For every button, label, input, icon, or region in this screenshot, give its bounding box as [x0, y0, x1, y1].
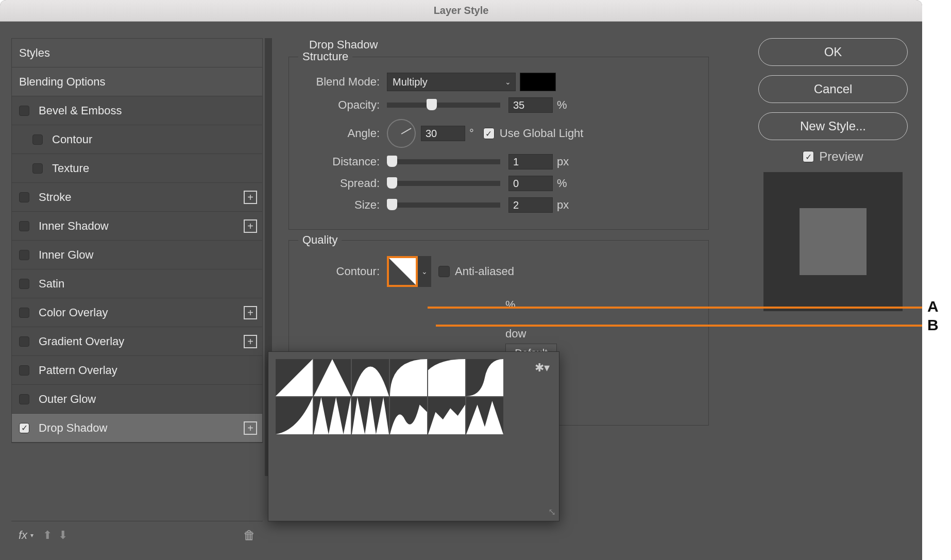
annotation-label-b: B	[927, 316, 939, 334]
resize-handle-icon[interactable]: ⤡	[548, 506, 556, 518]
opacity-slider[interactable]	[387, 103, 500, 108]
noise-unit: %	[505, 298, 516, 312]
opacity-input[interactable]: 35	[508, 97, 553, 113]
quality-legend: Quality	[298, 233, 342, 247]
contour-thumbnail[interactable]	[387, 256, 418, 287]
knockout-tail: dow	[505, 327, 526, 341]
opacity-value: 35	[513, 99, 524, 111]
opacity-label: Opacity:	[299, 98, 387, 112]
distance-value: 1	[513, 156, 519, 168]
structure-group: Structure Blend Mode: Multiply ⌄ Opacity…	[288, 57, 709, 230]
contour-preset-cone[interactable]	[314, 359, 351, 396]
distance-label: Distance:	[299, 155, 387, 168]
svg-marker-1	[314, 359, 351, 396]
spread-label: Spread:	[299, 177, 387, 190]
contour-dropdown-button[interactable]: ⌄	[418, 256, 431, 287]
contour-preset-ring[interactable]	[428, 359, 465, 396]
spread-value: 0	[513, 178, 519, 190]
annotation-line-b	[436, 325, 922, 327]
size-value: 2	[513, 199, 519, 211]
contour-preset-steps[interactable]	[352, 397, 389, 434]
contour-preset-sawtooth[interactable]	[314, 397, 351, 434]
structure-legend: Structure	[298, 50, 352, 63]
size-label: Size:	[299, 198, 387, 212]
preview-row: Preview	[758, 149, 908, 164]
contour-preset-linear[interactable]	[276, 359, 313, 396]
contour-preset-rolling[interactable]	[466, 359, 503, 396]
global-light-checkbox[interactable]	[483, 128, 495, 139]
cancel-label: Cancel	[814, 82, 853, 96]
contour-preset-rounded-steps[interactable]	[466, 397, 503, 434]
angle-label: Angle:	[299, 127, 387, 140]
sidebar-scroll	[11, 38, 263, 549]
angle-value: 30	[426, 128, 437, 140]
contour-picker-popup: ✱▾ ⤡	[268, 351, 559, 521]
blend-mode-select[interactable]: Multiply ⌄	[387, 73, 516, 91]
ok-label: OK	[824, 45, 842, 59]
contour-preset-half-round[interactable]	[390, 359, 427, 396]
contour-preset-cone-inverted[interactable]	[276, 397, 313, 434]
spread-unit: %	[557, 177, 567, 190]
panel-title: Drop Shadow	[309, 38, 709, 52]
preview-swatch	[763, 172, 903, 311]
svg-marker-0	[276, 359, 313, 396]
blend-mode-label: Blend Mode:	[299, 75, 387, 89]
spread-input[interactable]: 0	[508, 176, 553, 191]
new-style-label: New Style...	[800, 119, 866, 133]
new-style-button[interactable]: New Style...	[758, 112, 908, 140]
size-unit: px	[557, 198, 569, 212]
angle-input[interactable]: 30	[421, 126, 465, 141]
contour-preset-cove-shallow[interactable]	[428, 397, 465, 434]
distance-slider[interactable]	[387, 159, 500, 164]
contour-preset-gaussian[interactable]	[352, 359, 389, 396]
spread-slider[interactable]	[387, 181, 500, 186]
svg-marker-2	[314, 397, 351, 434]
size-input[interactable]: 2	[508, 197, 553, 213]
svg-marker-3	[352, 397, 389, 434]
antialias-checkbox[interactable]	[438, 266, 450, 277]
angle-dial[interactable]	[387, 119, 416, 148]
angle-unit: °	[469, 127, 474, 140]
right-column: OK Cancel New Style... Preview	[758, 38, 908, 311]
shadow-color-swatch[interactable]	[520, 73, 556, 91]
contour-label: Contour:	[299, 265, 387, 278]
gear-icon[interactable]: ✱▾	[535, 361, 550, 375]
contour-grid	[276, 359, 552, 434]
preview-checkbox[interactable]	[803, 151, 814, 162]
annotation-line-a	[428, 307, 922, 309]
titlebar: Layer Style	[0, 0, 922, 22]
antialias-label: Anti-aliased	[455, 265, 514, 278]
chevron-down-icon: ⌄	[505, 78, 511, 86]
window-title: Layer Style	[434, 5, 489, 16]
preview-label: Preview	[819, 149, 863, 164]
distance-unit: px	[557, 155, 569, 168]
preview-inner	[800, 208, 867, 275]
opacity-unit: %	[557, 98, 567, 112]
cancel-button[interactable]: Cancel	[758, 75, 908, 103]
global-light-label: Use Global Light	[500, 127, 584, 140]
layer-style-dialog: Layer Style Styles Blending Options Beve…	[0, 0, 922, 560]
svg-marker-4	[466, 401, 503, 434]
contour-preset-cove-deep[interactable]	[390, 397, 427, 434]
annotation-label-a: A	[927, 298, 939, 315]
blend-mode-value: Multiply	[393, 76, 428, 88]
size-slider[interactable]	[387, 202, 500, 208]
ok-button[interactable]: OK	[758, 38, 908, 66]
distance-input[interactable]: 1	[508, 154, 553, 169]
dialog-content: Styles Blending Options Bevel & Emboss C…	[0, 22, 922, 560]
